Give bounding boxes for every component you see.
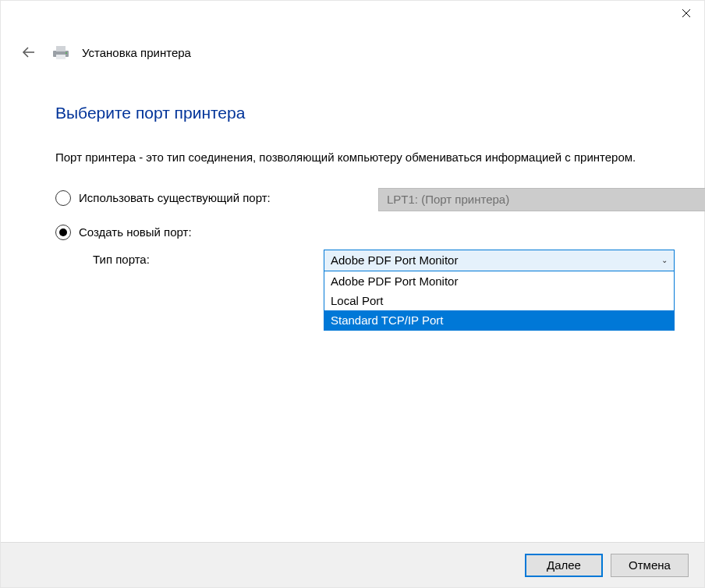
radio-create-new-label[interactable]: Создать новый порт: xyxy=(79,225,192,239)
port-type-row: Тип порта: Adobe PDF Port Monitor ⌄ Adob… xyxy=(55,250,654,266)
page-heading: Выберите порт принтера xyxy=(55,104,654,122)
printer-icon xyxy=(51,44,71,60)
next-button[interactable]: Далее xyxy=(525,554,603,577)
radio-create-new[interactable] xyxy=(55,225,71,240)
back-arrow-icon xyxy=(21,44,37,60)
existing-port-value: LPT1: (Порт принтера) xyxy=(387,193,509,206)
option-create-new-port: Создать новый порт: xyxy=(55,225,654,240)
port-type-option[interactable]: Adobe PDF Port Monitor xyxy=(324,271,674,291)
wizard-title: Установка принтера xyxy=(82,46,191,59)
page-description: Порт принтера - это тип соединения, позв… xyxy=(55,149,654,167)
port-type-option[interactable]: Local Port xyxy=(324,291,674,310)
radio-use-existing[interactable] xyxy=(55,190,71,206)
wizard-footer: Далее Отмена xyxy=(1,542,704,587)
wizard-content: Выберите порт принтера Порт принтера - э… xyxy=(1,63,704,542)
back-button[interactable] xyxy=(18,41,40,63)
svg-rect-5 xyxy=(56,55,66,59)
close-icon xyxy=(682,9,691,18)
add-printer-wizard-window: Установка принтера Выберите порт принтер… xyxy=(0,0,705,588)
close-button[interactable] xyxy=(668,1,704,26)
chevron-down-icon: ⌄ xyxy=(661,256,668,264)
option-use-existing-port: Использовать существующий порт: LPT1: (П… xyxy=(55,190,654,206)
port-type-dropdown-list: Adobe PDF Port Monitor Local Port Standa… xyxy=(324,271,675,331)
wizard-header: Установка принтера xyxy=(1,37,704,63)
port-type-combobox[interactable]: Adobe PDF Port Monitor ⌄ Adobe PDF Port … xyxy=(324,250,675,331)
cancel-button[interactable]: Отмена xyxy=(611,554,689,577)
titlebar xyxy=(1,1,704,37)
port-type-option[interactable]: Standard TCP/IP Port xyxy=(324,310,674,330)
svg-point-6 xyxy=(66,52,67,54)
port-type-selected[interactable]: Adobe PDF Port Monitor ⌄ xyxy=(324,250,675,271)
port-type-label: Тип порта: xyxy=(93,250,150,266)
existing-port-dropdown: LPT1: (Порт принтера) ⌄ xyxy=(378,188,705,211)
port-type-selected-text: Adobe PDF Port Monitor xyxy=(331,253,458,267)
radio-use-existing-label[interactable]: Использовать существующий порт: xyxy=(79,191,271,204)
svg-rect-4 xyxy=(56,46,66,51)
